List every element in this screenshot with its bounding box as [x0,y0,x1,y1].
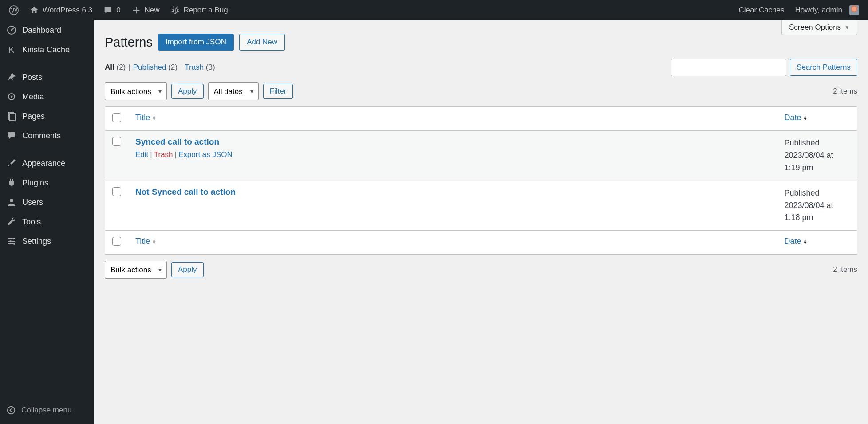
svg-point-10 [13,243,15,245]
apply-bulk-button-bottom[interactable]: Apply [171,262,204,277]
comments-bubble[interactable]: 0 [98,0,126,20]
svg-point-7 [10,199,13,202]
bulk-actions-select-bottom[interactable]: Bulk actions [105,261,167,279]
tablenav-top: Bulk actions Apply All dates Filter 2 it… [105,82,857,100]
table-row: Not Synced call to action Published2023/… [105,181,857,231]
sort-indicator-icon: ▲▼ [803,115,808,121]
row-title[interactable]: Not Synced call to action [135,187,236,196]
site-home[interactable]: WordPress 6.3 [24,0,98,20]
sidebar-item-label: Appearance [22,159,65,168]
plus-icon [131,5,141,15]
sort-indicator-icon: ▲▼ [152,239,156,244]
sidebar-item-appearance[interactable]: Appearance [0,153,94,173]
wordpress-icon [9,5,19,15]
report-bug[interactable]: Report a Bug [165,0,233,20]
adminbar-right: Clear Caches Howdy, admin [734,0,864,20]
page-title: Patterns [105,35,153,50]
search-area: Search Patterns [671,59,857,76]
date-filter-select[interactable]: All dates [208,82,259,100]
sliders-icon [6,236,17,247]
filter-trash[interactable]: Trash [185,63,204,72]
filter-published[interactable]: Published [133,63,166,72]
col-date[interactable]: Date▲▼ [785,113,808,122]
col-date-foot[interactable]: Date▲▼ [785,237,808,246]
plugin-icon [6,177,17,188]
sort-indicator-icon: ▲▼ [152,115,156,121]
select-all-bottom[interactable] [112,237,121,246]
row-actions: Edit|Trash|Export as JSON [135,150,770,159]
sidebar-item-pages[interactable]: Pages [0,106,94,126]
wp-logo[interactable] [4,0,24,20]
site-title: WordPress 6.3 [43,6,92,15]
sidebar-item-label: Comments [22,131,61,141]
pages-icon [6,111,17,122]
sidebar-item-label: Pages [22,112,45,121]
my-account[interactable]: Howdy, admin [790,0,864,20]
sidebar-item-dashboard[interactable]: Dashboard [0,20,94,40]
import-json-button[interactable]: Import from JSON [158,34,234,51]
sidebar-item-comments[interactable]: Comments [0,126,94,145]
svg-point-3 [11,29,12,31]
col-title[interactable]: Title▲▼ [135,113,156,122]
col-title-foot[interactable]: Title▲▼ [135,237,156,246]
sidebar-item-label: Plugins [22,178,48,188]
apply-bulk-button[interactable]: Apply [171,84,204,99]
edit-link[interactable]: Edit [135,150,148,159]
new-content[interactable]: New [126,0,165,20]
adminbar-left: WordPress 6.3 0 New Report a Bug [4,0,734,20]
bug-icon [170,5,180,15]
brush-icon [6,158,17,169]
user-icon [6,197,17,208]
row-checkbox[interactable] [112,137,121,146]
media-icon [6,91,17,102]
sidebar-item-label: Media [22,92,44,102]
items-count-bottom: 2 items [833,265,857,274]
search-input[interactable] [671,59,786,76]
sidebar-item-label: Users [22,198,43,207]
sidebar-item-label: Settings [22,237,51,246]
table-row: Synced call to action Edit|Trash|Export … [105,131,857,181]
sidebar-item-kinsta[interactable]: K Kinsta Cache [0,40,94,59]
svg-point-0 [9,6,18,15]
sidebar-item-plugins[interactable]: Plugins [0,173,94,192]
bulk-actions-select[interactable]: Bulk actions [105,82,167,100]
export-json-link[interactable]: Export as JSON [178,150,233,159]
adminbar: WordPress 6.3 0 New Report a Bug Clear C… [0,0,868,20]
screen-options-toggle[interactable]: Screen Options ▼ [781,20,857,35]
items-count-top: 2 items [833,87,857,96]
sidebar-item-label: Kinsta Cache [22,45,70,55]
avatar [849,5,859,15]
admin-sidebar: Dashboard K Kinsta Cache Posts Media Pag… [0,20,94,302]
main-content: Screen Options ▼ Patterns Import from JS… [94,20,868,302]
bug-label: Report a Bug [184,6,228,15]
sidebar-item-media[interactable]: Media [0,87,94,106]
sidebar-item-label: Tools [22,217,41,227]
sidebar-item-label: Dashboard [22,26,61,35]
select-all-top[interactable] [112,113,121,122]
pin-icon [6,72,17,82]
clear-caches[interactable]: Clear Caches [734,0,790,20]
home-icon [29,5,39,15]
sidebar-item-posts[interactable]: Posts [0,67,94,87]
filter-all[interactable]: All [105,63,114,72]
add-new-button[interactable]: Add New [239,34,285,51]
wrench-icon [6,216,17,227]
svg-point-8 [12,238,14,239]
row-title[interactable]: Synced call to action [135,137,219,146]
sidebar-item-tools[interactable]: Tools [0,212,94,232]
filter-button[interactable]: Filter [263,84,293,99]
svg-point-9 [10,240,12,242]
comments-count: 0 [116,6,120,15]
howdy-text: Howdy, admin [795,6,842,15]
sidebar-item-users[interactable]: Users [0,192,94,212]
status-filters: All (2) | Published (2) | Trash (3) Sear… [105,59,857,76]
new-label: New [145,6,160,15]
row-checkbox[interactable] [112,187,121,196]
search-button[interactable]: Search Patterns [790,59,857,76]
kinsta-icon: K [6,44,17,55]
comments-icon [6,130,17,141]
dashboard-icon [6,25,17,35]
sort-indicator-icon: ▲▼ [803,239,808,244]
trash-link[interactable]: Trash [154,150,173,159]
sidebar-item-settings[interactable]: Settings [0,232,94,251]
